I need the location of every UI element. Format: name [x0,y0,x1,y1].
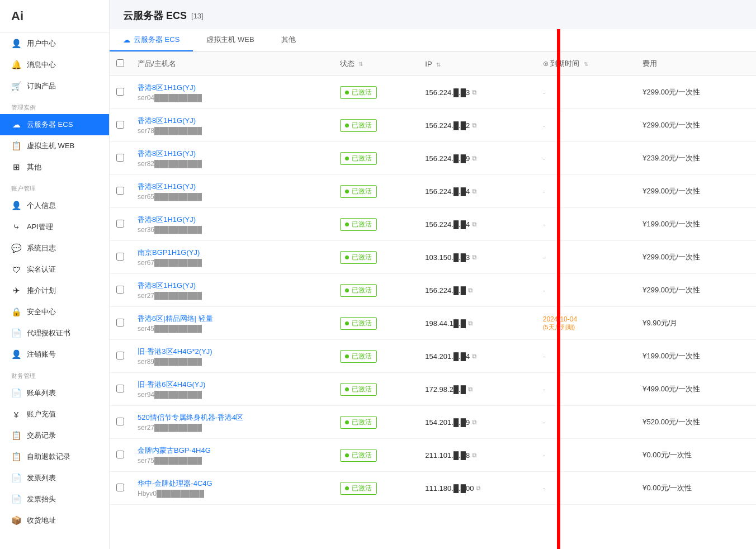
section-label-manage: 管理实例 [0,97,109,114]
price-text-6: ¥299.00元/一次性 [642,286,700,294]
sidebar-item-promote[interactable]: ✈ 推介计划 [0,280,109,301]
row-checkbox-12[interactable] [116,484,124,491]
product-name-7[interactable]: 香港6区|精品网络| 轻量 [138,314,327,324]
copy-ip-icon-3[interactable]: ⧉ [472,187,477,195]
row-checkbox-7[interactable] [116,319,124,326]
row-checkbox-11[interactable] [116,451,124,458]
product-name-2[interactable]: 香港8区1H1G(YJ) [138,149,327,159]
sidebar-label-transaction: 交易记录 [27,430,56,441]
expiry-cell-1: - [536,109,636,142]
sidebar-item-invoice-header[interactable]: 📄 发票抬头 [0,489,109,510]
ip-text-2: 156.224.█.█9 [425,154,470,163]
sidebar-section-finance: 财务管理 📄 账单列表 ¥ 账户充值 📋 交易记录 📋 自助退款记录 📄 发票列… [0,365,109,531]
ip-text-4: 156.224.█.█4 [425,220,470,229]
status-badge-2: 已激活 [340,152,377,165]
sidebar-item-message-center[interactable]: 🔔 消息中心 [0,54,109,75]
copy-ip-icon-12[interactable]: ⧉ [476,484,481,492]
product-name-10[interactable]: 520情侣节专属终身机器-香港4区 [138,413,327,423]
expiry-date-7: 2024-10-04 [543,315,629,323]
copy-ip-icon-2[interactable]: ⧉ [472,154,477,162]
row-checkbox-9[interactable] [116,385,124,392]
product-name-3[interactable]: 香港8区1H1G(YJ) [138,182,327,192]
product-name-8[interactable]: 旧-香港3区4H4G*2(YJ) [138,347,327,357]
ip-cell-8: 154.201.█.█4⧉ [418,340,536,373]
product-name-0[interactable]: 香港8区1H1G(YJ) [138,83,327,93]
status-cell-0: 已激活 [333,76,419,109]
select-all-checkbox[interactable] [116,59,124,67]
col-expiry: ⊙ 到期时间 ⇅ [536,52,636,76]
sidebar-item-security[interactable]: 🔒 安全中心 [0,301,109,323]
copy-ip-icon-8[interactable]: ⧉ [472,352,477,360]
logo: Ai [0,0,109,33]
sidebar-label-invoice-header: 发票抬头 [27,494,56,504]
product-name-1[interactable]: 香港8区1H1G(YJ) [138,116,327,126]
sidebar-item-user-center[interactable]: 👤 用户中心 [0,33,109,54]
product-name-6[interactable]: 香港8区1H1G(YJ) [138,281,327,291]
sidebar-item-system-log[interactable]: 💬 系统日志 [0,238,109,259]
sidebar-item-delegate-cert[interactable]: 📄 代理授权证书 [0,323,109,344]
row-checkbox-10[interactable] [116,418,124,425]
table-body: 香港8区1H1G(YJ)ser04██████████已激活156.224.█.… [110,76,756,505]
col-checkbox [110,52,131,76]
table-row: 香港8区1H1G(YJ)ser27██████████已激活156.224.█.… [110,274,756,307]
row-checkbox-6[interactable] [116,286,124,294]
sidebar-item-order-product[interactable]: 🛒 订购产品 [0,75,109,97]
row-checkbox-3[interactable] [116,187,124,195]
sidebar-item-cancel-account[interactable]: 👤 注销账号 [0,344,109,365]
tab-other[interactable]: 其他 [268,29,309,51]
copy-ip-icon-5[interactable]: ⧉ [472,253,477,261]
sidebar-item-other[interactable]: ⊞ 其他 [0,157,109,178]
col-status: 状态 ⇅ [333,52,419,76]
product-name-9[interactable]: 旧-香港6区4H4G(YJ) [138,380,327,390]
sidebar-item-bill-list[interactable]: 📄 账单列表 [0,382,109,404]
row-checkbox-4[interactable] [116,220,124,228]
expiry-sort-icon[interactable]: ⇅ [584,61,588,67]
ip-text-1: 156.224.█.█2 [425,121,470,130]
copy-ip-icon-10[interactable]: ⧉ [472,418,477,426]
sidebar-item-delivery-address[interactable]: 📦 收货地址 [0,510,109,531]
copy-ip-icon-0[interactable]: ⧉ [472,88,477,96]
row-checkbox-0[interactable] [116,88,124,96]
product-name-5[interactable]: 南京BGP1H1G(YJ) [138,248,327,258]
tab-web[interactable]: 虚拟主机 WEB [193,29,267,51]
sidebar-item-transaction[interactable]: 📋 交易记录 [0,425,109,446]
copy-ip-icon-4[interactable]: ⧉ [472,220,477,228]
expiry-dash-1: - [543,121,545,130]
product-name-4[interactable]: 香港8区1H1G(YJ) [138,215,327,225]
copy-ip-icon-11[interactable]: ⧉ [472,451,477,459]
product-cell-8: 旧-香港3区4H4G*2(YJ)ser89██████████ [131,340,333,373]
copy-ip-icon-7[interactable]: ⧉ [468,319,473,327]
table-container: 产品/主机名 状态 ⇅ IP ⇅ ⊙ 到期时间 ⇅ [110,52,756,549]
price-cell-12: ¥0.00元/一次性 [636,472,756,505]
product-name-12[interactable]: 华中-金牌处理器-4C4G [138,479,327,489]
sidebar-item-api-manage[interactable]: ⤷ API管理 [0,216,109,238]
content-wrapper: ☁ 云服务器 ECS 虚拟主机 WEB 其他 产品/主机名 [110,29,756,549]
ip-sort-icon[interactable]: ⇅ [436,61,441,68]
user-center-icon: 👤 [11,39,21,49]
sidebar-item-invoice-list[interactable]: 📄 发票列表 [0,467,109,489]
copy-ip-icon-1[interactable]: ⧉ [472,121,477,129]
copy-ip-icon-6[interactable]: ⧉ [468,286,473,294]
price-text-9: ¥499.00元/一次性 [642,385,700,393]
ip-cell-10: 154.201.█.█9⧉ [418,406,536,439]
row-checkbox-8[interactable] [116,352,124,359]
row-checkbox-5[interactable] [116,253,124,261]
sidebar-item-ecs[interactable]: ☁ 云服务器 ECS [0,114,109,135]
status-sort-icon[interactable]: ⇅ [358,61,363,67]
tab-ecs[interactable]: ☁ 云服务器 ECS [110,29,193,51]
sidebar-item-recharge[interactable]: ¥ 账户充值 [0,404,109,425]
sidebar-item-refund[interactable]: 📋 自助退款记录 [0,446,109,467]
section-label-finance: 财务管理 [0,365,109,382]
sidebar-item-personal-info[interactable]: 👤 个人信息 [0,195,109,216]
sidebar-item-web[interactable]: 📋 虚拟主机 WEB [0,135,109,157]
invoice-header-icon: 📄 [11,494,21,504]
product-cell-3: 香港8区1H1G(YJ)ser65██████████ [131,175,333,208]
row-checkbox-1[interactable] [116,121,124,129]
table-row: 香港6区|精品网络| 轻量ser45██████████已激活198.44.1█… [110,307,756,340]
product-name-11[interactable]: 金牌内蒙古BGP-4H4G [138,446,327,456]
status-badge-1: 已激活 [340,119,377,132]
sidebar-item-real-name[interactable]: 🛡 实名认证 [0,259,109,280]
status-cell-12: 已激活 [333,472,419,505]
row-checkbox-2[interactable] [116,154,124,162]
copy-ip-icon-9[interactable]: ⧉ [468,385,473,393]
